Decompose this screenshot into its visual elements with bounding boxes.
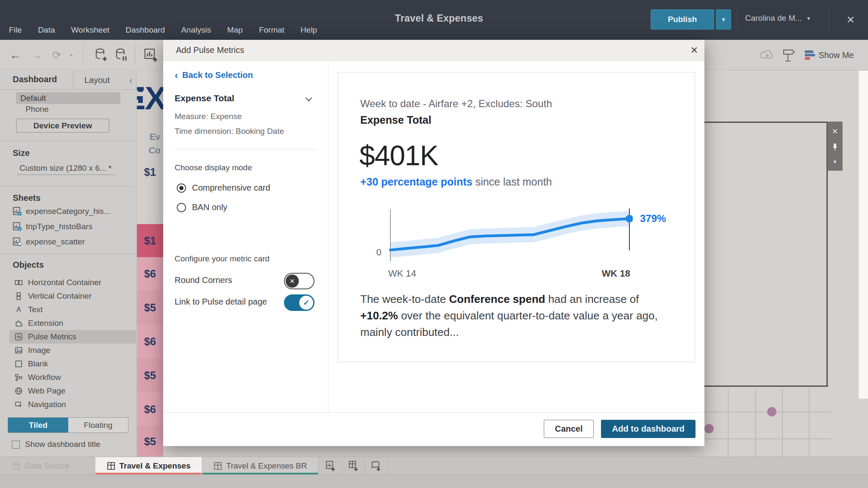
new-data-source-button[interactable] (91, 40, 111, 70)
gridline (704, 438, 832, 439)
gridline (755, 389, 756, 457)
device-preview-button[interactable]: Device Preview (16, 119, 109, 133)
object-extension[interactable]: Extension (9, 316, 136, 330)
replay-button[interactable]: ⟳ (47, 40, 66, 70)
table-row[interactable]: $5 (137, 291, 163, 324)
caret-down-icon: ▾ (108, 164, 111, 170)
tiled-button[interactable]: Tiled (8, 418, 68, 433)
collapse-pane-icon[interactable]: ‹ (129, 75, 132, 85)
table-row[interactable]: $5 (137, 426, 163, 457)
puzzle-icon (14, 319, 23, 327)
share-button[interactable] (757, 40, 777, 70)
sheet-item[interactable]: expense_scatter (13, 237, 85, 247)
device-item-default[interactable]: Default (16, 92, 120, 104)
menu-data[interactable]: Data (38, 25, 55, 35)
card-delta-line: +30 percentage points since last month (360, 176, 552, 188)
caret-down-icon[interactable]: ▾ (834, 159, 837, 164)
window-close-button[interactable]: ✕ (843, 13, 858, 27)
object-web-page[interactable]: Web Page (9, 384, 136, 398)
object-text[interactable]: A Text (9, 303, 136, 316)
sheet-item[interactable]: expenseCategory_his... (13, 207, 111, 216)
radio-ban-only[interactable]: BAN only (177, 202, 227, 212)
delta-highlight: +30 percentage points (360, 176, 473, 188)
object-workflow[interactable]: Workflow (9, 371, 136, 384)
vertical-container-icon (14, 292, 23, 300)
caret-down-icon: ▾ (722, 16, 725, 23)
show-me-button[interactable]: Show Me (817, 40, 855, 70)
object-blank[interactable]: Blank (9, 357, 136, 371)
replay-dropdown-button[interactable]: ▾ (66, 40, 76, 70)
floating-button[interactable]: Floating (68, 418, 128, 433)
radio-comprehensive-card[interactable]: Comprehensive card (177, 183, 270, 193)
menu-worksheet[interactable]: Worksheet (71, 25, 109, 35)
table-row[interactable]: $6 (137, 392, 163, 426)
menu-help[interactable]: Help (300, 25, 317, 35)
object-navigation[interactable]: Navigation (9, 398, 136, 411)
metric-name: Expense Total (175, 93, 234, 103)
table-row[interactable]: $6 (137, 257, 163, 291)
new-story-tab-button[interactable] (364, 457, 387, 475)
object-vertical-container[interactable]: Vertical Container (9, 289, 136, 303)
dialog-close-button[interactable]: ✕ (688, 44, 701, 57)
object-horizontal-container[interactable]: Horizontal Container (9, 276, 136, 289)
publish-button[interactable]: Publish (651, 9, 714, 30)
new-dashboard-tab-button[interactable] (342, 457, 364, 475)
dialog-preview-panel: Week to date - Airfare +2, Excludes: Sou… (328, 61, 704, 412)
object-image[interactable]: Image (9, 344, 136, 357)
tab-travel-expenses-br[interactable]: Travel & Expenses BR (203, 457, 318, 475)
dashboard-title-fragment: EXP (137, 80, 163, 116)
radio-unselected-icon (177, 203, 186, 212)
sheet-chart-icon (13, 237, 22, 247)
presentation-mode-button[interactable] (779, 40, 799, 70)
back-to-selection-link[interactable]: ‹ Back to Selection (175, 70, 253, 80)
size-dropdown[interactable]: Custom size (1280 x 6... (17, 163, 115, 175)
tab-layout[interactable]: Layout ‹ (73, 70, 136, 90)
cancel-button[interactable]: Cancel (544, 420, 594, 438)
menu-file[interactable]: File (9, 25, 22, 35)
scatter-point[interactable] (704, 424, 714, 433)
menu-map[interactable]: Map (227, 25, 243, 35)
user-name-label: Carolina de M... (745, 14, 802, 23)
new-worksheet-button[interactable] (141, 40, 161, 70)
device-item-phone[interactable]: Phone (25, 105, 49, 114)
tab-dashboard[interactable]: Dashboard (13, 75, 57, 84)
redo-button[interactable]: → (27, 40, 46, 70)
tableau-desktop-window: File Data Worksheet Dashboard Analysis M… (0, 0, 868, 488)
link-detail-toggle[interactable]: ✓ (284, 294, 314, 311)
add-to-dashboard-button[interactable]: Add to dashboard (601, 420, 696, 438)
undo-button[interactable]: ← (6, 40, 25, 70)
show-me-icon[interactable] (801, 40, 818, 70)
link-detail-label: Link to Pulse detail page (175, 297, 267, 307)
data-source-tab[interactable]: Data Source (13, 457, 70, 475)
publish-dropdown-button[interactable]: ▾ (716, 9, 731, 30)
menu-format[interactable]: Format (259, 25, 284, 35)
pin-icon[interactable] (832, 143, 838, 151)
round-corners-toggle[interactable]: ✕ (284, 273, 314, 289)
card-insight-text: The week-to-date Conference spend had an… (360, 291, 676, 341)
canvas-edge (859, 71, 868, 399)
end-value-label: 379% (640, 213, 666, 225)
caret-down-icon: ▾ (807, 15, 810, 22)
menu-dashboard[interactable]: Dashboard (125, 25, 165, 35)
object-pulse-metrics[interactable]: Pulse Metrics (9, 330, 136, 344)
pause-auto-updates-button[interactable] (111, 40, 131, 70)
database-add-icon (94, 48, 108, 62)
show-dashboard-title-checkbox[interactable] (12, 441, 20, 449)
table-row[interactable]: $1 (137, 224, 163, 257)
new-worksheet-tab-button[interactable] (319, 457, 342, 475)
tab-travel-expenses[interactable]: Travel & Expenses (95, 457, 202, 475)
table-row[interactable]: $5 (137, 358, 163, 392)
user-menu[interactable]: Carolina de M... ▾ (745, 14, 810, 23)
blank-icon (14, 360, 23, 368)
remove-icon[interactable]: ✕ (832, 128, 838, 135)
chevron-down-icon[interactable] (306, 95, 312, 102)
column-header-fragment: Co (149, 145, 160, 155)
sheet-item[interactable]: tripType_histoBars (13, 222, 92, 231)
table-row[interactable]: $6 (137, 324, 163, 358)
svg-text:A: A (17, 306, 21, 313)
menu-analysis[interactable]: Analysis (181, 25, 211, 35)
chevron-left-icon: ‹ (175, 71, 178, 80)
scatter-point[interactable] (767, 407, 776, 416)
database-icon (13, 462, 20, 470)
titlebar: File Data Worksheet Dashboard Analysis M… (0, 0, 868, 40)
